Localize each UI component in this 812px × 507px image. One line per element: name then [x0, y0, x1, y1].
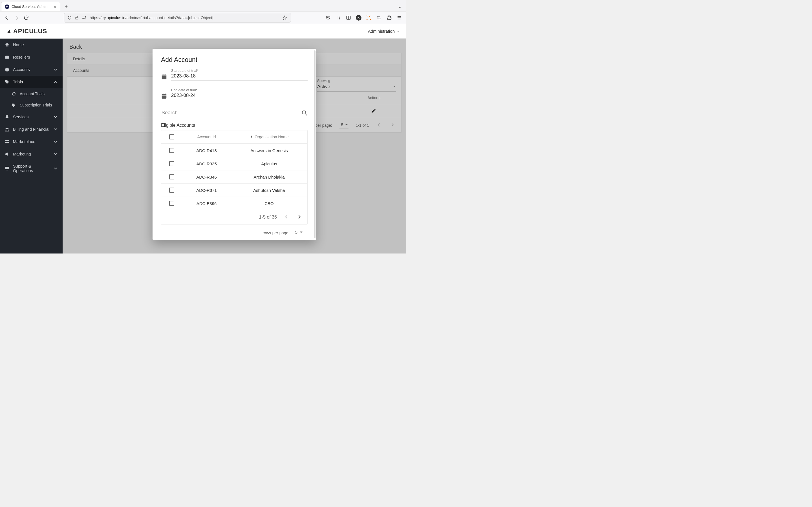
search-icon[interactable] [301, 110, 308, 116]
caret-down-icon [396, 30, 400, 33]
shield-icon[interactable] [67, 15, 72, 20]
tab-strip: Cloud Services Admin + [0, 0, 406, 11]
browser-chrome: Cloud Services Admin + [0, 0, 406, 24]
tab-title: Cloud Services Admin [11, 4, 47, 9]
sidebar-item-marketplace[interactable]: Marketplace [0, 135, 63, 148]
brand-logo-text: APICULUS [13, 27, 47, 35]
chevron-down-icon [53, 139, 58, 144]
sidebar-item-label: Support & Operations [13, 164, 50, 173]
sidebar-item-label: Marketing [13, 152, 31, 156]
eligible-rpp-select[interactable]: 5 [294, 230, 303, 236]
sidebar-item-account-trials[interactable]: Account Trials [5, 88, 63, 100]
eligible-row[interactable]: ADC-R346Archan Dholakia [161, 170, 307, 183]
search-input[interactable] [161, 108, 301, 118]
end-date-field[interactable]: End date of trial* 2023-08-24 [161, 88, 308, 100]
sidebar-item-label: Resellers [13, 55, 30, 59]
extensions-icon[interactable] [386, 15, 392, 20]
chevron-up-icon [53, 79, 58, 84]
sidebar-item-resellers[interactable]: Resellers [0, 51, 63, 63]
tab-close-icon[interactable] [53, 5, 57, 8]
eligible-table-footer: 1-5 of 36 [161, 210, 307, 224]
monitor-icon [4, 166, 10, 171]
svg-rect-8 [5, 56, 9, 59]
tag-icon [4, 79, 10, 84]
new-tab-button[interactable]: + [62, 2, 70, 11]
eligible-accounts-title: Eligible Accounts [161, 123, 308, 128]
modal-scrollbar[interactable] [314, 50, 315, 238]
chevron-down-icon [53, 67, 58, 72]
col-organisation-name-label: Organisation Name [255, 135, 289, 139]
row-checkbox[interactable] [169, 187, 174, 193]
cell-account-id: ADC-E396 [179, 201, 234, 206]
url-bar[interactable]: https://try.apiculus.io/admin/#/trial-ac… [64, 13, 291, 22]
app-header: ▲APICULUS Administration [0, 24, 406, 39]
profile-badge[interactable]: K [356, 15, 361, 20]
modal-title: Add Account [161, 56, 308, 64]
sidebar-item-billing[interactable]: Billing and Financial [0, 123, 63, 135]
sidebar-item-support[interactable]: Support & Operations [0, 160, 63, 177]
add-account-modal: Add Account Start date of trial* 2023-08… [153, 49, 316, 240]
sidebar-item-label: Billing and Financial [13, 127, 49, 131]
svg-point-1 [85, 18, 86, 19]
eligible-row[interactable]: ADC-R371Ashutosh Vatsha [161, 183, 307, 196]
col-account-id[interactable]: Account Id [179, 135, 234, 139]
bookmark-star-icon[interactable] [282, 15, 287, 20]
cell-account-id: ADC-R371 [179, 188, 234, 193]
browser-tab[interactable]: Cloud Services Admin [1, 2, 60, 11]
eligible-pager-range: 1-5 of 36 [259, 215, 277, 220]
eligible-row[interactable]: ADC-E396CBO [161, 196, 307, 210]
tabs-overflow-icon[interactable] [398, 5, 402, 10]
metamask-icon[interactable] [366, 15, 371, 20]
extension-icons: K [325, 15, 402, 20]
pocket-icon[interactable] [325, 15, 331, 20]
back-icon[interactable] [4, 15, 10, 21]
permissions-icon[interactable] [82, 16, 87, 20]
reload-icon[interactable] [23, 15, 29, 21]
row-checkbox[interactable] [169, 201, 174, 206]
sidebar-item-trials[interactable]: Trials [0, 76, 63, 88]
chevron-down-icon [53, 114, 58, 119]
sidebar-item-home[interactable]: Home [0, 39, 63, 51]
eligible-pager-next-icon[interactable] [297, 214, 303, 220]
svg-point-10 [12, 93, 15, 96]
sidebar-item-subscription-trials[interactable]: Subscription Trials [5, 100, 63, 111]
sidebar-item-label: Marketplace [13, 139, 35, 144]
id-card-icon [4, 55, 10, 60]
eligible-row[interactable]: ADC-R418Answers in Genesis [161, 144, 307, 157]
calendar-icon [161, 73, 167, 80]
administration-menu[interactable]: Administration [368, 29, 400, 34]
start-date-value: 2023-08-18 [171, 73, 308, 80]
row-checkbox[interactable] [169, 174, 174, 179]
eligible-row[interactable]: ADC-R335Apiculus [161, 157, 307, 170]
bank-icon [4, 127, 10, 132]
hamburger-menu-icon[interactable] [396, 15, 402, 20]
start-date-label: Start date of trial* [171, 69, 308, 73]
sidebar-item-accounts[interactable]: Accounts [0, 63, 63, 76]
sort-asc-icon [250, 135, 253, 139]
eligible-pager-prev-icon [284, 214, 290, 220]
sidebar-item-services[interactable]: Services [0, 111, 63, 123]
library-icon[interactable] [336, 15, 341, 20]
svg-marker-6 [366, 19, 368, 20]
chevron-down-icon [53, 166, 58, 171]
crop-icon[interactable] [376, 15, 382, 20]
eligible-rpp-label: rows per page: [262, 231, 290, 235]
url-domain: apiculus.io [107, 15, 125, 20]
forward-icon [13, 15, 20, 21]
row-checkbox[interactable] [169, 148, 174, 153]
reader-icon[interactable] [346, 15, 351, 20]
row-checkbox[interactable] [169, 161, 174, 166]
svg-marker-3 [369, 15, 371, 17]
sidebar-item-marketing[interactable]: Marketing [0, 148, 63, 160]
select-all-checkbox[interactable] [169, 134, 174, 139]
tags-icon [11, 103, 16, 108]
url-text: https://try.apiculus.io/admin/#/trial-ac… [90, 15, 213, 20]
col-organisation-name[interactable]: Organisation Name [234, 135, 305, 139]
eligible-table-header: Account Id Organisation Name [161, 130, 307, 144]
megaphone-icon [4, 152, 10, 157]
url-prefix: https://try. [90, 15, 107, 20]
search-field[interactable] [161, 108, 308, 118]
user-circle-icon [4, 67, 10, 72]
lock-icon[interactable] [75, 15, 79, 20]
start-date-field[interactable]: Start date of trial* 2023-08-18 [161, 69, 308, 81]
